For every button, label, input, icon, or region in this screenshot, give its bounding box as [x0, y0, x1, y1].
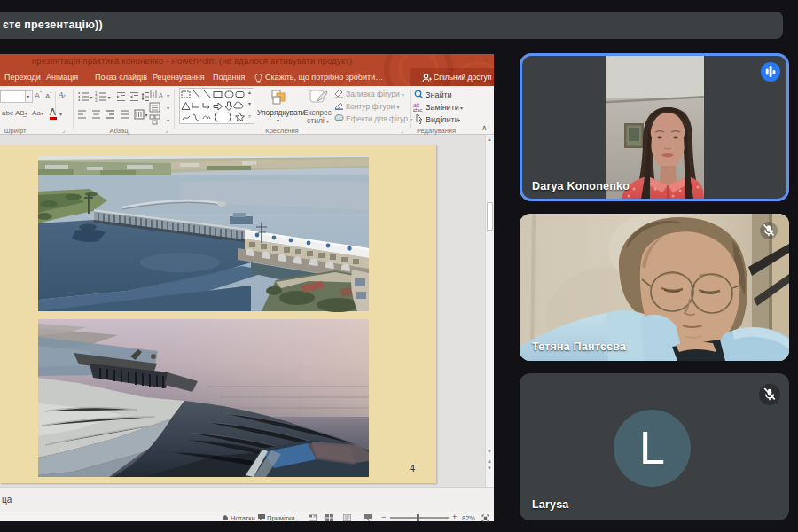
svg-text:▾: ▾ — [167, 106, 169, 111]
svg-text:⇄ac: ⇄ac — [413, 107, 423, 112]
svg-text:▾: ▾ — [167, 93, 169, 98]
svg-text:▾: ▾ — [145, 113, 148, 118]
svg-text:▾: ▾ — [167, 118, 169, 123]
svg-text:3: 3 — [95, 98, 98, 102]
svg-text:▾: ▾ — [108, 95, 111, 100]
svg-text:▾: ▾ — [90, 95, 93, 100]
svg-text:А: А — [159, 92, 163, 98]
